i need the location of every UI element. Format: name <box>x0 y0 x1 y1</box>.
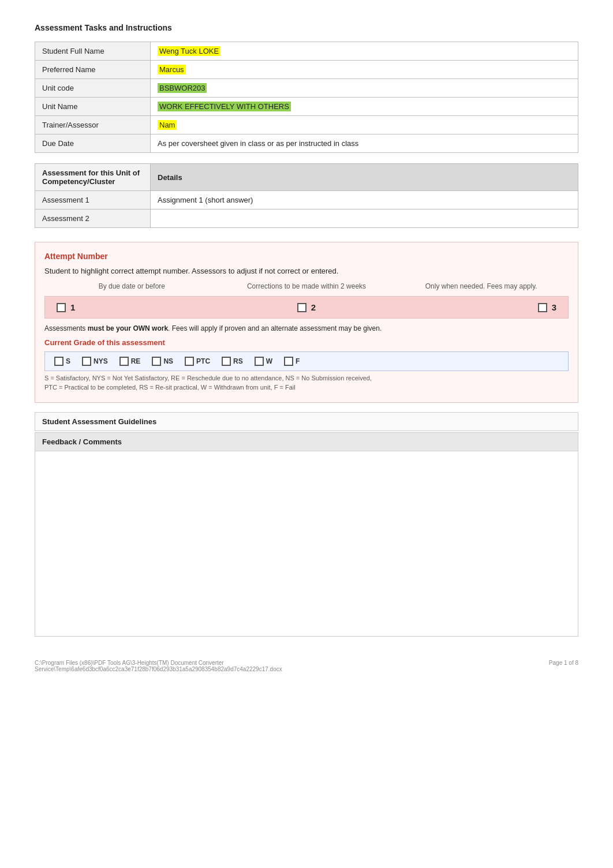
assessment-header-row: Assessment for this Unit of Competency/C… <box>35 164 578 191</box>
feedback-body <box>35 451 578 636</box>
assessment2-row: Assessment 2 <box>35 209 578 228</box>
grade-f-label: F <box>296 357 300 365</box>
grade-ns-item: NS <box>152 357 173 366</box>
grade-re-checkbox[interactable] <box>119 357 129 366</box>
preferred-name-label: Preferred Name <box>35 61 151 79</box>
grade-w-checkbox[interactable] <box>255 357 264 366</box>
attempt-columns: By due date or before Corrections to be … <box>44 282 569 290</box>
assessment1-row: Assessment 1 Assignment 1 (short answer) <box>35 191 578 209</box>
page-title: Assessment Tasks and Instructions <box>35 23 578 32</box>
grade-rs-label: RS <box>233 357 243 365</box>
attempt-2-box: 2 <box>297 302 316 312</box>
grade-re-label: RE <box>131 357 141 365</box>
unit-code-row: Unit code BSBWOR203 <box>35 79 578 98</box>
unit-code-value: BSBWOR203 <box>151 79 578 98</box>
attempt-2-label: 2 <box>311 302 316 312</box>
attempt-section: Attempt Number Student to highlight corr… <box>35 242 578 403</box>
footer-left: C:\Program Files (x86)\PDF Tools AG\3-He… <box>35 660 282 672</box>
attempt-col1: By due date or before <box>44 282 219 290</box>
assessment2-value <box>151 209 578 228</box>
preferred-name-row: Preferred Name Marcus <box>35 61 578 79</box>
feedback-header: Feedback / Comments <box>35 433 578 451</box>
grade-w-item: W <box>255 357 272 366</box>
unit-name-highlight: WORK EFFECTIVELY WITH OTHERS <box>158 102 291 111</box>
grade-ns-checkbox[interactable] <box>152 357 161 366</box>
grade-legend-2: PTC = Practical to be completed, RS = Re… <box>44 384 569 391</box>
due-date-label: Due Date <box>35 134 151 153</box>
grade-rs-item: RS <box>222 357 243 366</box>
attempt-title: Attempt Number <box>44 252 569 261</box>
assessment-col2-header: Details <box>151 164 578 191</box>
trainer-label: Trainer/Assessor <box>35 116 151 134</box>
attempt-3-box: 3 <box>538 302 556 312</box>
attempt-2-checkbox[interactable] <box>297 303 306 312</box>
attempt-col2: Corrections to be made within 2 weeks <box>219 282 394 290</box>
guidelines-section: Student Assessment Guidelines <box>35 412 578 431</box>
grade-legend-1: S = Satisfactory, NYS = Not Yet Satisfac… <box>44 375 569 381</box>
footer-right: Page 1 of 8 <box>549 660 578 672</box>
grade-ptc-item: PTC <box>185 357 210 366</box>
student-full-name-highlight: Weng Tuck LOKE <box>158 46 220 56</box>
due-date-row: Due Date As per coversheet given in clas… <box>35 134 578 153</box>
attempt-desc: Student to highlight correct attempt num… <box>44 267 569 275</box>
grade-ns-label: NS <box>163 357 173 365</box>
unit-name-row: Unit Name WORK EFFECTIVELY WITH OTHERS <box>35 98 578 116</box>
assessment-table: Assessment for this Unit of Competency/C… <box>35 163 578 228</box>
grade-s-item: S <box>54 357 70 366</box>
assessment-col1-header: Assessment for this Unit of Competency/C… <box>35 164 151 191</box>
unit-name-label: Unit Name <box>35 98 151 116</box>
grade-s-checkbox[interactable] <box>54 357 63 366</box>
grade-nys-checkbox[interactable] <box>82 357 91 366</box>
attempt-boxes: 1 2 3 <box>44 296 569 319</box>
trainer-highlight: Nam <box>158 120 177 130</box>
student-full-name-value: Weng Tuck LOKE <box>151 42 578 61</box>
grade-nys-item: NYS <box>82 357 108 366</box>
feedback-section: Feedback / Comments <box>35 432 578 637</box>
grade-f-checkbox[interactable] <box>284 357 293 366</box>
trainer-value: Nam <box>151 116 578 134</box>
assessment1-value: Assignment 1 (short answer) <box>151 191 578 209</box>
unit-name-value: WORK EFFECTIVELY WITH OTHERS <box>151 98 578 116</box>
preferred-name-value: Marcus <box>151 61 578 79</box>
assessment1-label: Assessment 1 <box>35 191 151 209</box>
grade-nys-label: NYS <box>94 357 108 365</box>
grade-w-label: W <box>266 357 272 365</box>
trainer-row: Trainer/Assessor Nam <box>35 116 578 134</box>
student-full-name-row: Student Full Name Weng Tuck LOKE <box>35 42 578 61</box>
current-grade-title: Current Grade of this assessment <box>44 338 569 347</box>
assessment2-label: Assessment 2 <box>35 209 151 228</box>
grade-rs-checkbox[interactable] <box>222 357 231 366</box>
assessments-note: Assessments must be your OWN work. Fees … <box>44 324 569 332</box>
grade-f-item: F <box>284 357 300 366</box>
attempt-3-label: 3 <box>552 302 556 312</box>
due-date-value: As per coversheet given in class or as p… <box>151 134 578 153</box>
info-table: Student Full Name Weng Tuck LOKE Preferr… <box>35 42 578 153</box>
attempt-col3: Only when needed. Fees may apply. <box>394 282 569 290</box>
grade-row: S NYS RE NS PTC RS W F <box>44 351 569 371</box>
student-full-name-label: Student Full Name <box>35 42 151 61</box>
attempt-1-box: 1 <box>57 302 75 312</box>
attempt-1-label: 1 <box>70 302 75 312</box>
preferred-name-highlight: Marcus <box>158 65 186 74</box>
attempt-1-checkbox[interactable] <box>57 303 66 312</box>
attempt-3-checkbox[interactable] <box>538 303 547 312</box>
grade-ptc-checkbox[interactable] <box>185 357 194 366</box>
footer: C:\Program Files (x86)\PDF Tools AG\3-He… <box>35 660 578 672</box>
unit-code-label: Unit code <box>35 79 151 98</box>
grade-ptc-label: PTC <box>196 357 210 365</box>
unit-code-highlight: BSBWOR203 <box>158 83 207 93</box>
grade-re-item: RE <box>119 357 141 366</box>
grade-s-label: S <box>66 357 70 365</box>
guidelines-title: Student Assessment Guidelines <box>42 417 156 426</box>
